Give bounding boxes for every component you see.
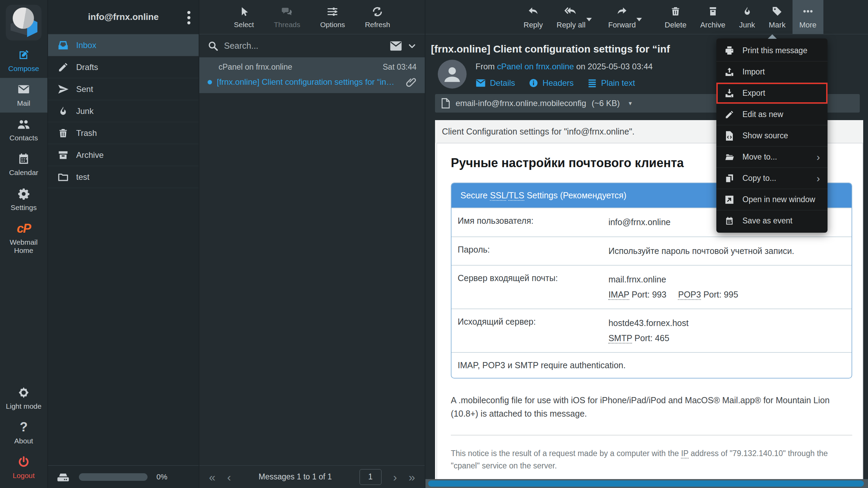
toolbar-label: Archive bbox=[700, 21, 725, 30]
menu-item-label: Open in new window bbox=[742, 195, 815, 204]
menu-item-print[interactable]: Print this message bbox=[716, 40, 828, 61]
menu-item-show-source[interactable]: Show source bbox=[716, 125, 828, 146]
menu-item-label: Print this message bbox=[742, 46, 807, 55]
folder-icon bbox=[57, 171, 69, 183]
compose-icon bbox=[17, 48, 30, 61]
folder-open-icon bbox=[724, 152, 735, 162]
menu-item-copy-to[interactable]: Copy to... › bbox=[716, 167, 828, 189]
page-number-input[interactable] bbox=[360, 469, 382, 485]
next-page-button[interactable]: › bbox=[393, 471, 397, 483]
refresh-icon bbox=[372, 5, 383, 18]
folder-options-kebab-icon[interactable] bbox=[187, 11, 190, 24]
forward-caret-icon[interactable] bbox=[636, 18, 642, 21]
menu-item-import[interactable]: Import bbox=[716, 61, 828, 82]
menu-item-label: Export bbox=[742, 89, 765, 98]
list-toolbar: Select Threads Options Refresh bbox=[199, 0, 425, 34]
menu-item-label: Edit as new bbox=[742, 110, 783, 119]
sidebar-item-settings[interactable]: Settings bbox=[0, 182, 47, 217]
folder-item-drafts[interactable]: Drafts bbox=[48, 56, 199, 78]
folder-item-inbox[interactable]: Inbox bbox=[48, 34, 199, 56]
sidebar-item-light-mode[interactable]: Light mode bbox=[0, 381, 47, 416]
more-button[interactable]: More bbox=[793, 0, 823, 34]
search-icon bbox=[208, 40, 219, 51]
menu-item-save-as-event[interactable]: Save as event bbox=[716, 210, 828, 231]
refresh-button[interactable]: Refresh bbox=[365, 5, 390, 29]
sidebar-item-logout[interactable]: Logout bbox=[0, 450, 47, 488]
last-page-button[interactable]: » bbox=[409, 471, 415, 483]
submenu-chevron-icon: › bbox=[817, 173, 820, 184]
upload-icon bbox=[724, 67, 735, 77]
reply-all-button[interactable]: Reply all bbox=[550, 0, 592, 34]
storage-icon bbox=[56, 470, 70, 484]
headers-button[interactable]: Headers bbox=[529, 78, 574, 88]
sender-link[interactable]: cPanel on frnx.online bbox=[497, 62, 574, 71]
delete-button[interactable]: Delete bbox=[658, 0, 693, 34]
message-list-row[interactable]: cPanel on frnx.online Sat 03:44 [frnx.on… bbox=[199, 58, 425, 93]
search-options-chevron-icon[interactable] bbox=[408, 42, 417, 50]
mail-icon bbox=[17, 83, 30, 96]
envelope-icon bbox=[476, 79, 486, 87]
sidebar-item-label: Light mode bbox=[6, 402, 42, 410]
table-auth-note: IMAP, POP3 и SMTP require authentication… bbox=[451, 352, 852, 378]
printer-icon bbox=[724, 45, 735, 56]
folder-item-label: Inbox bbox=[76, 40, 96, 50]
trash-icon bbox=[670, 5, 681, 18]
flame-icon bbox=[57, 106, 69, 117]
sidebar-item-calendar[interactable]: Calendar bbox=[0, 147, 47, 182]
table-row-incoming-server: Сервер входящей почты: mail.frnx.online … bbox=[451, 265, 852, 309]
details-button[interactable]: Details bbox=[476, 78, 515, 88]
sidebar-item-mail[interactable]: Mail bbox=[0, 78, 47, 113]
mobileconfig-paragraph: A .mobileconfig file for use with iOS fo… bbox=[451, 394, 852, 420]
toolbar-label: Reply all bbox=[556, 21, 585, 30]
external-link-icon bbox=[724, 195, 735, 205]
toolbar-label: Refresh bbox=[365, 21, 390, 29]
menu-item-open-in-new-window[interactable]: Open in new window bbox=[716, 189, 828, 210]
forward-button[interactable]: Forward bbox=[601, 0, 643, 34]
sidebar-item-about[interactable]: ? About bbox=[0, 416, 47, 450]
search-scope-envelope-icon[interactable] bbox=[390, 41, 402, 51]
toolbar-label: More bbox=[799, 21, 817, 30]
reply-icon bbox=[527, 5, 539, 18]
folder-item-label: Trash bbox=[76, 128, 97, 138]
menu-item-edit-as-new[interactable]: Edit as new bbox=[716, 104, 828, 125]
horizontal-scrollbar-thumb[interactable] bbox=[428, 480, 864, 487]
sender-avatar bbox=[438, 60, 467, 89]
plain-text-button[interactable]: Plain text bbox=[587, 78, 635, 88]
copy-icon bbox=[724, 173, 735, 184]
archive-box-icon bbox=[57, 149, 69, 161]
reply-all-caret-icon[interactable] bbox=[586, 18, 592, 21]
question-icon: ? bbox=[20, 421, 27, 434]
toolbar-label: Forward bbox=[608, 21, 636, 30]
calendar-icon bbox=[724, 216, 735, 226]
attachment-caret-icon[interactable]: ▾ bbox=[629, 100, 632, 107]
sidebar-item-label: Mail bbox=[17, 99, 31, 107]
options-button[interactable]: Options bbox=[320, 5, 345, 29]
folder-item-archive[interactable]: Archive bbox=[48, 144, 199, 166]
menu-item-export[interactable]: Export bbox=[716, 82, 828, 104]
sidebar-item-contacts[interactable]: Contacts bbox=[0, 113, 47, 147]
folder-item-label: Junk bbox=[76, 106, 94, 116]
select-button[interactable]: Select bbox=[234, 5, 254, 29]
sidebar-item-compose[interactable]: Compose bbox=[0, 43, 47, 78]
sidebar-item-webmail-home[interactable]: cP Webmail Home bbox=[0, 217, 47, 260]
text-lines-icon bbox=[587, 78, 597, 88]
horizontal-scrollbar[interactable] bbox=[425, 479, 868, 488]
mark-button[interactable]: Mark bbox=[762, 0, 793, 34]
quota-progress-bar bbox=[79, 473, 148, 481]
paperclip-icon bbox=[406, 77, 417, 88]
archive-button[interactable]: Archive bbox=[693, 0, 732, 34]
first-page-button[interactable]: « bbox=[209, 471, 215, 483]
sidebar-item-label: Compose bbox=[8, 65, 39, 73]
threads-button[interactable]: Threads bbox=[274, 5, 300, 29]
folder-item-junk[interactable]: Junk bbox=[48, 100, 199, 122]
reply-button[interactable]: Reply bbox=[517, 0, 550, 34]
search-input[interactable] bbox=[224, 41, 384, 51]
folder-item-test[interactable]: test bbox=[48, 166, 199, 188]
junk-button[interactable]: Junk bbox=[732, 0, 762, 34]
folder-item-sent[interactable]: Sent bbox=[48, 78, 199, 100]
folder-item-trash[interactable]: Trash bbox=[48, 122, 199, 144]
prev-page-button[interactable]: ‹ bbox=[227, 471, 231, 483]
folder-item-label: Archive bbox=[76, 150, 104, 160]
menu-item-move-to[interactable]: Move to... › bbox=[716, 146, 828, 167]
download-icon bbox=[724, 88, 735, 98]
